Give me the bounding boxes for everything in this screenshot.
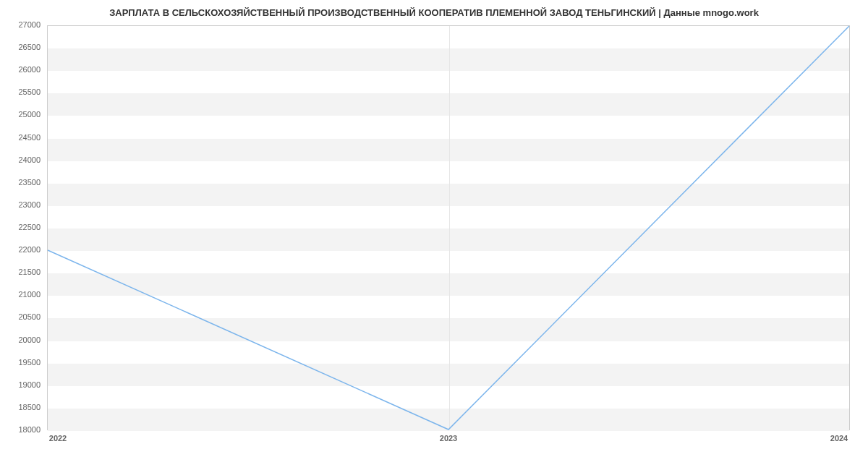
y-tick-label: 22000 — [4, 245, 41, 254]
y-tick-label: 18000 — [4, 425, 41, 434]
y-tick-label: 25500 — [4, 87, 41, 96]
plot-area — [47, 25, 850, 430]
y-tick-label: 22500 — [4, 223, 41, 231]
y-tick-label: 21000 — [4, 290, 41, 299]
line-series — [48, 26, 849, 430]
y-tick-label: 24500 — [4, 133, 41, 142]
y-tick-label: 26000 — [4, 65, 41, 74]
chart-title: ЗАРПЛАТА В СЕЛЬСКОХОЗЯЙСТВЕННЫЙ ПРОИЗВОД… — [0, 7, 868, 18]
y-tick-label: 19500 — [4, 358, 41, 367]
x-tick-label: 2023 — [440, 434, 457, 443]
y-tick-label: 23000 — [4, 200, 41, 209]
x-tick-label: 2024 — [830, 434, 848, 443]
y-tick-label: 23500 — [4, 178, 41, 187]
x-tick-label: 2022 — [49, 434, 67, 443]
y-tick-label: 20000 — [4, 336, 41, 344]
y-tick-label: 18500 — [4, 403, 41, 411]
y-tick-label: 26500 — [4, 43, 41, 51]
y-tick-label: 20500 — [4, 312, 41, 321]
y-tick-label: 21500 — [4, 268, 41, 276]
y-tick-label: 25000 — [4, 110, 41, 119]
y-tick-label: 24000 — [4, 155, 41, 164]
y-tick-label: 19000 — [4, 380, 41, 389]
y-tick-label: 27000 — [4, 20, 41, 29]
